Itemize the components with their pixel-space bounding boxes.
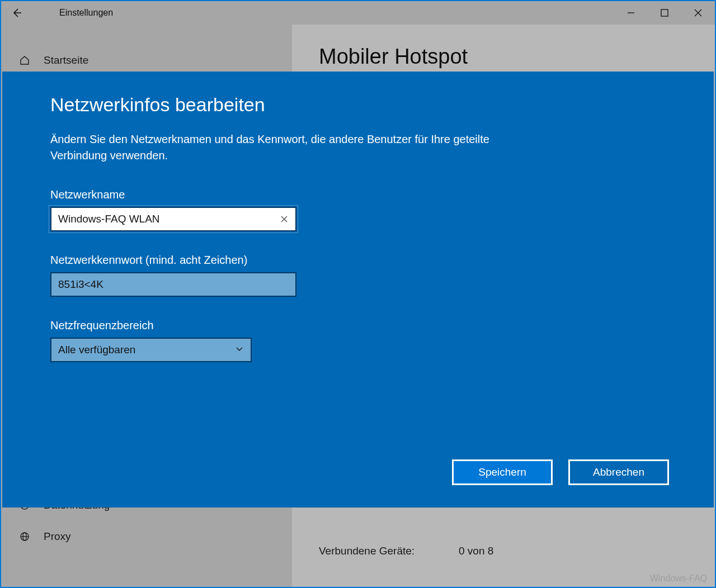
network-name-input[interactable] [51,208,273,230]
dialog-buttons: Speichern Abbrechen [452,459,669,485]
minimize-button[interactable] [614,1,648,25]
frequency-band-value: Alle verfügbaren [58,344,135,356]
maximize-button[interactable] [648,1,681,25]
edit-network-info-dialog: Netzwerkinfos bearbeiten Ändern Sie den … [2,72,714,508]
titlebar: Einstellungen [1,1,715,25]
frequency-band-label: Netzfrequenzbereich [50,319,296,332]
svg-rect-1 [661,10,668,16]
window-controls [614,1,715,25]
page-title: Mobiler Hotspot [319,45,715,69]
window-title: Einstellungen [32,8,113,18]
watermark: Windows-FAQ [650,573,707,584]
network-password-label: Netzwerkkennwort (mind. acht Zeichen) [50,254,296,267]
sidebar-item-label: Proxy [32,530,71,543]
save-button-label: Speichern [478,466,526,478]
cancel-button[interactable]: Abbrechen [568,459,669,485]
back-button[interactable] [1,1,32,25]
network-password-input[interactable] [51,273,295,296]
network-name-label: Netzwerkname [50,188,296,201]
network-password-input-wrapper [50,272,296,297]
frequency-band-select[interactable]: Alle verfügbaren [50,338,252,362]
connected-devices-value: 0 von 8 [459,545,493,557]
globe-icon [17,531,32,542]
dialog-description: Ändern Sie den Netzwerknamen und das Ken… [50,131,531,164]
sidebar-item-label: Startseite [32,54,88,67]
settings-window: Einstellungen Startseite [0,0,716,588]
network-password-field: Netzwerkkennwort (mind. acht Zeichen) [50,254,296,297]
connected-devices-row: Verbundene Geräte: 0 von 8 [319,545,715,557]
frequency-band-field: Netzfrequenzbereich Alle verfügbaren [50,319,296,362]
connected-devices-label: Verbundene Geräte: [319,545,459,557]
cancel-button-label: Abbrechen [593,466,644,478]
network-name-field: Netzwerkname [50,188,296,231]
dialog-title: Netzwerkinfos bearbeiten [50,94,666,116]
network-name-input-wrapper [50,207,296,231]
chevron-down-icon [235,344,244,356]
sidebar-item-proxy[interactable]: Proxy [1,521,292,552]
close-button[interactable] [681,1,715,25]
save-button[interactable]: Speichern [452,459,553,485]
clear-input-button[interactable] [273,208,295,230]
home-icon [17,55,32,66]
